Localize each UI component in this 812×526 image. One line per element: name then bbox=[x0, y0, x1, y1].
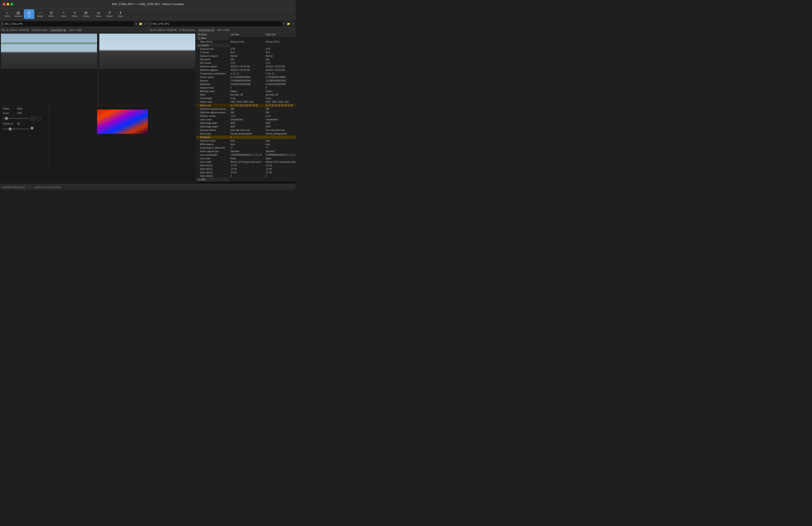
svg-rect-1 bbox=[1, 42, 97, 44]
sessions-button[interactable]: ▤ Sessions bbox=[13, 9, 24, 19]
right-value-cell: One-chip color area bbox=[264, 129, 296, 132]
diff-preview[interactable] bbox=[48, 105, 196, 174]
right-type-select[interactable]: Picture Files bbox=[198, 29, 215, 32]
left-dimensions: 3024 × 4032 bbox=[69, 29, 82, 31]
svg-rect-14 bbox=[119, 119, 120, 120]
swap-button[interactable]: ⇄ Swap bbox=[93, 9, 104, 19]
left-image bbox=[1, 33, 97, 69]
table-header-row: Metadata Left Side Right Side bbox=[197, 33, 296, 37]
rules-button[interactable]: ≡ Rules bbox=[70, 9, 80, 19]
reload-icon: ↺ bbox=[108, 11, 111, 15]
table-row: Lens makeAppleApple bbox=[197, 157, 296, 160]
table-row: Valid image height30243024 bbox=[197, 125, 296, 129]
right-dimensions: 3024 × 4032 bbox=[217, 29, 230, 31]
meta-cell: Scene capture type bbox=[197, 150, 229, 153]
bottom-panel: Offset: (0,0) Zoom: 10% 1:1 ⤢ Tolerance:… bbox=[0, 105, 196, 174]
close-button[interactable] bbox=[3, 3, 5, 5]
left-type-select[interactable]: Picture Files bbox=[50, 29, 67, 32]
svg-rect-18 bbox=[117, 127, 118, 128]
meta-cell: Date/time original subseco... bbox=[197, 107, 229, 111]
reload-button[interactable]: ↺ Reload bbox=[104, 9, 115, 19]
tolerance-slider[interactable] bbox=[3, 129, 29, 129]
section-name-camera: Camera bbox=[201, 44, 209, 47]
left-value-cell: 4/22/24 7:45:28 PM bbox=[229, 69, 264, 72]
left-image-pane[interactable] bbox=[0, 33, 98, 105]
meta-cell: Date/time original bbox=[197, 65, 229, 69]
meta-cell: Date/time digitized subsec... bbox=[197, 111, 229, 114]
status-left: Important differences bbox=[2, 186, 25, 188]
left-dropdown-button[interactable]: ▾ bbox=[135, 22, 137, 26]
tol-icon: ◎ bbox=[28, 11, 31, 15]
left-value-cell: iPhone 13 Pro back dual camer... bbox=[229, 160, 264, 164]
right-sky-image bbox=[99, 33, 195, 69]
right-nav-button[interactable]: ▾ bbox=[292, 22, 294, 26]
section-name-other: Other bbox=[201, 37, 206, 40]
right-value-cell: 3024 bbox=[264, 125, 296, 129]
minimize-button[interactable] bbox=[6, 3, 9, 5]
traffic-lights bbox=[3, 3, 13, 5]
left-value-cell: Uncalibrated bbox=[229, 118, 264, 122]
left-file-input[interactable] bbox=[4, 22, 134, 26]
meta-section-other: − Other bbox=[197, 37, 296, 40]
left-value-cell: 0 bbox=[229, 86, 264, 90]
right-value-cell: 398 bbox=[264, 111, 296, 114]
left-folder-button[interactable]: 📁 bbox=[139, 22, 143, 26]
right-value-cell: 6.312380268199923 bbox=[264, 75, 296, 79]
right-value-cell: 0 bbox=[264, 86, 296, 90]
reload-label: Reload bbox=[106, 15, 113, 17]
tol-button[interactable]: ◎ Tol bbox=[24, 9, 34, 19]
left-value-cell: -07:00 bbox=[229, 167, 264, 171]
format-button[interactable]: ⊞ Format bbox=[81, 9, 91, 19]
svg-rect-7 bbox=[115, 113, 116, 114]
meta-button[interactable]: ℹ Meta bbox=[115, 9, 126, 19]
meta-cell: Exposure bias bbox=[197, 86, 229, 90]
meta-section-gps: − GPS bbox=[197, 178, 296, 182]
zoom-slider[interactable] bbox=[3, 118, 29, 119]
table-row: Date/time original4/22/24 7:45:28 PM4/22… bbox=[197, 65, 296, 69]
meta-cell: Lens specification bbox=[197, 153, 229, 157]
range-button[interactable]: ↔ Range bbox=[35, 9, 45, 19]
svg-rect-5 bbox=[103, 112, 103, 113]
expand-button[interactable]: ⤢ bbox=[36, 116, 41, 120]
table-row: Valid image width40324032 bbox=[197, 122, 296, 125]
range-label: Range bbox=[37, 15, 43, 17]
info-bars: Apr 22, 2024 at 7:45:28 PM 3,204,241 byt… bbox=[0, 28, 296, 33]
blend-icon: ⧉ bbox=[50, 11, 53, 15]
left-value-cell: 2 bbox=[229, 174, 264, 178]
left-value-cell: 398 bbox=[229, 111, 264, 114]
meta-cell: Focal length bbox=[197, 97, 229, 100]
svg-rect-6 bbox=[108, 110, 109, 111]
blend-button[interactable]: ⧉ Blend bbox=[46, 9, 57, 19]
table-row: Other (013C)iPhone 13 ProiPhone 13 Pro bbox=[197, 40, 296, 44]
left-value-cell: 5.699999809263329, 9, 1.5, 2.8 bbox=[229, 153, 264, 157]
right-image-pane[interactable] bbox=[98, 33, 197, 105]
home-button[interactable]: ⌂ Home bbox=[2, 9, 12, 19]
left-nav-button[interactable]: ▾ bbox=[144, 22, 146, 26]
metadata-container[interactable]: Metadata Left Side Right Side − Other Ot… bbox=[197, 33, 296, 184]
right-dropdown-button[interactable]: ▾ bbox=[282, 22, 285, 26]
col-metadata: Metadata bbox=[197, 33, 229, 37]
section-toggle-camera[interactable]: − bbox=[198, 44, 200, 47]
right-file-input[interactable] bbox=[152, 22, 282, 26]
section-toggle-gps[interactable]: − bbox=[198, 179, 200, 181]
table-row: Exposure modeAutoAuto bbox=[197, 139, 296, 143]
empty-row bbox=[197, 182, 296, 184]
zoom-label: Zoom: bbox=[3, 112, 16, 114]
meta-cell: Other (013C) bbox=[197, 40, 229, 44]
fit-button[interactable]: 1:1 bbox=[30, 116, 35, 120]
left-value-cell: 2.3.2 bbox=[229, 61, 264, 65]
section-toggle-other[interactable]: − bbox=[198, 37, 200, 40]
left-value-cell: f/2.8 bbox=[229, 51, 264, 54]
svg-rect-19 bbox=[126, 126, 127, 127]
offset-row: Offset: (0,0) bbox=[3, 107, 46, 110]
right-folder-button[interactable]: 📁 bbox=[286, 22, 291, 26]
right-value-cell: Auto bbox=[264, 139, 296, 143]
meta-cell: Color space bbox=[197, 118, 229, 122]
svg-rect-12 bbox=[104, 118, 105, 119]
tolerance-value: 25 bbox=[17, 122, 20, 125]
zoom-value: 10% bbox=[17, 112, 22, 114]
minor-button[interactable]: ≈ Minor bbox=[58, 9, 69, 19]
image-comparison-area[interactable] bbox=[0, 33, 196, 105]
status-bar: Important differences | Load time: 0.82 … bbox=[0, 184, 296, 190]
maximize-button[interactable] bbox=[11, 3, 13, 5]
